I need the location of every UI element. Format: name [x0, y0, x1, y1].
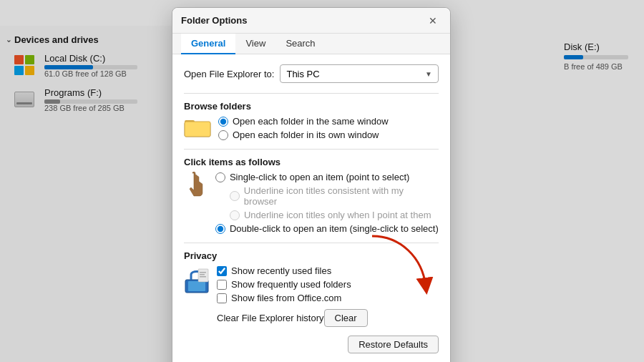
clear-button[interactable]: Clear	[324, 309, 368, 327]
browse-radio-own-window-input[interactable]	[218, 130, 228, 140]
svg-rect-4	[188, 281, 205, 291]
privacy-options: Show recently used files Show frequently…	[217, 265, 368, 327]
browse-radio-same-window[interactable]: Open each folder in the same window	[218, 116, 389, 127]
restore-defaults-button[interactable]: Restore Defaults	[348, 336, 439, 353]
dialog-titlebar: Folder Options ✕	[172, 8, 450, 34]
dialog-body: Open File Explorer to: This PC ▼ Browse …	[172, 54, 450, 362]
click-radio-underline-browser-input[interactable]	[230, 191, 240, 201]
click-radio-underline-browser-label: Underline icon titles consistent with my…	[244, 185, 439, 207]
privacy-checkbox-office-input[interactable]	[217, 293, 227, 303]
click-section-content: Single-click to open an item (point to s…	[184, 172, 439, 234]
tab-view[interactable]: View	[235, 34, 275, 54]
privacy-icon	[184, 265, 210, 294]
click-radio-double[interactable]: Double-click to open an item (single-cli…	[215, 223, 439, 234]
privacy-section: Privacy Show recently used files	[184, 250, 439, 327]
folder-options-dialog: Folder Options ✕ General View Search Ope…	[172, 7, 451, 362]
click-radio-double-input[interactable]	[215, 224, 225, 234]
divider-2	[184, 149, 439, 150]
privacy-checkbox-office-label: Show files from Office.com	[231, 293, 341, 303]
svg-rect-5	[198, 269, 208, 282]
cursor-icon	[184, 172, 208, 203]
open-explorer-select[interactable]: This PC ▼	[280, 64, 439, 83]
privacy-checkbox-recent[interactable]: Show recently used files	[217, 265, 368, 276]
click-radio-double-label: Double-click to open an item (single-cli…	[230, 223, 439, 234]
chevron-down-icon: ▼	[425, 70, 432, 78]
divider-1	[184, 93, 439, 94]
tab-search[interactable]: Search	[275, 34, 325, 54]
browse-section-content: Open each folder in the same window Open…	[184, 116, 439, 140]
click-radio-underline-hover-input[interactable]	[230, 210, 240, 220]
click-items-section: Click items as follows Single-click to o…	[184, 157, 439, 234]
dialog-title: Folder Options	[181, 15, 247, 26]
browse-radio-group: Open each folder in the same window Open…	[218, 116, 389, 140]
open-explorer-label: Open File Explorer to:	[184, 69, 274, 79]
browse-section-title: Browse folders	[184, 101, 439, 112]
svg-rect-6	[200, 272, 206, 273]
click-radio-group: Single-click to open an item (point to s…	[215, 172, 439, 234]
clear-history-label: Clear File Explorer history	[217, 313, 324, 323]
privacy-checkbox-frequent-input[interactable]	[217, 280, 227, 290]
click-radio-underline-hover-label: Underline icon titles only when I point …	[244, 210, 431, 220]
browse-radio-same-window-label: Open each folder in the same window	[233, 116, 389, 127]
svg-rect-7	[200, 274, 205, 275]
browse-folders-section: Browse folders Open each folder in the s…	[184, 101, 439, 140]
privacy-checkbox-recent-input[interactable]	[217, 266, 227, 276]
dialog-close-button[interactable]: ✕	[424, 12, 441, 29]
clear-history-row: Clear File Explorer history Clear	[217, 309, 368, 327]
tab-general[interactable]: General	[181, 34, 235, 54]
browse-radio-same-window-input[interactable]	[218, 117, 228, 127]
open-explorer-value: This PC	[286, 69, 319, 79]
dialog-tabs: General View Search	[172, 34, 450, 54]
privacy-checkbox-recent-label: Show recently used files	[231, 265, 331, 276]
privacy-checkbox-office[interactable]: Show files from Office.com	[217, 293, 368, 303]
privacy-checkbox-frequent-label: Show frequently used folders	[231, 279, 351, 290]
divider-3	[184, 243, 439, 243]
open-explorer-row: Open File Explorer to: This PC ▼	[184, 64, 439, 83]
privacy-checkbox-frequent[interactable]: Show frequently used folders	[217, 279, 368, 290]
svg-rect-8	[200, 276, 206, 278]
folder-icon	[184, 116, 211, 139]
restore-defaults-row: Restore Defaults	[184, 336, 439, 353]
click-radio-single-label: Single-click to open an item (point to s…	[230, 172, 409, 182]
browse-radio-own-window-label: Open each folder in its own window	[233, 129, 379, 140]
click-radio-underline-browser[interactable]: Underline icon titles consistent with my…	[215, 185, 439, 207]
browse-radio-own-window[interactable]: Open each folder in its own window	[218, 129, 389, 140]
click-radio-underline-hover[interactable]: Underline icon titles only when I point …	[215, 210, 439, 220]
click-radio-single-input[interactable]	[215, 172, 225, 182]
click-radio-single[interactable]: Single-click to open an item (point to s…	[215, 172, 439, 182]
privacy-section-content: Show recently used files Show frequently…	[184, 265, 439, 327]
privacy-section-title: Privacy	[184, 250, 439, 261]
click-section-title: Click items as follows	[184, 157, 439, 167]
svg-rect-2	[185, 122, 210, 137]
